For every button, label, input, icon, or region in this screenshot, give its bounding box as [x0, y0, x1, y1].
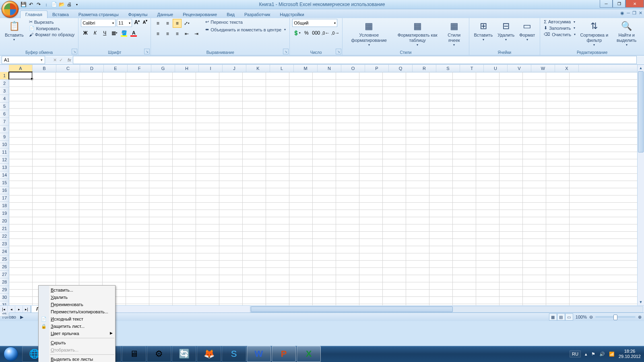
border-button[interactable]: ▦▾ — [110, 29, 119, 37]
clock[interactable]: 18:26 29.10.2012 — [619, 349, 641, 359]
hscroll-thumb[interactable] — [251, 306, 453, 312]
taskbar-excel[interactable]: X — [297, 346, 321, 362]
merge-center-button[interactable]: ⬌Объединить и поместить в центре▾ — [204, 27, 287, 33]
scroll-thumb[interactable] — [638, 71, 644, 152]
underline-button[interactable]: Ч — [100, 29, 109, 37]
fill-color-button[interactable]: 🪣 — [120, 29, 128, 37]
tab-view[interactable]: Вид — [222, 11, 239, 18]
pagebreak-view-icon[interactable]: ▭ — [565, 313, 573, 321]
wrap-text-button[interactable]: ↩Перенос текста — [204, 19, 287, 25]
name-box[interactable]: A1▾ — [2, 56, 45, 64]
shrink-font-icon[interactable]: A▾ — [142, 19, 148, 27]
scroll-up-icon[interactable]: ▲ — [638, 65, 644, 71]
select-all-corner[interactable] — [0, 65, 9, 72]
tab-insert[interactable]: Вставка — [47, 11, 74, 18]
grow-font-icon[interactable]: A▴ — [133, 19, 140, 27]
normal-view-icon[interactable]: ▦ — [549, 313, 557, 321]
percent-icon[interactable]: % — [302, 29, 311, 37]
font-name-combo[interactable]: Calibri▾ — [81, 19, 116, 27]
selected-cell[interactable] — [8, 72, 33, 80]
taskbar-app2[interactable]: ⚙ — [147, 346, 171, 362]
paste-button[interactable]: 📋 Вставить ▾ — [2, 19, 26, 43]
column-headers[interactable]: ABCDEFGHIJKLMNOPQRSTUVWX — [9, 65, 638, 72]
zoom-level[interactable]: 100% — [576, 315, 587, 319]
indent-inc-icon[interactable]: ⇥ — [192, 29, 201, 38]
align-top-icon[interactable]: ≡ — [153, 19, 162, 28]
ctx-delete[interactable]: Удалить — [39, 294, 115, 301]
zoom-out-icon[interactable]: ⊖ — [589, 315, 593, 320]
formula-bar[interactable] — [73, 56, 637, 64]
taskbar-powerpoint[interactable]: P — [272, 346, 296, 362]
clear-button[interactable]: ⌫Очистить▾ — [543, 31, 577, 37]
autosum-button[interactable]: ΣАвтосумма▾ — [543, 19, 577, 25]
fx-icon[interactable]: fx — [68, 58, 71, 62]
undo-icon[interactable]: ↶ — [28, 1, 34, 8]
new-icon[interactable]: 📄 — [51, 1, 57, 8]
sheet-nav-first-icon[interactable]: |◂ — [0, 306, 8, 313]
zoom-slider[interactable] — [595, 316, 636, 318]
quickprint-icon[interactable]: 🖨 — [66, 1, 72, 8]
input-language[interactable]: RU — [570, 350, 581, 358]
open-icon[interactable]: 📂 — [58, 1, 65, 8]
maximize-button[interactable]: ❐ — [613, 0, 625, 8]
scroll-down-icon[interactable]: ▼ — [638, 299, 644, 305]
vertical-scrollbar[interactable]: ▲ ▼ — [637, 65, 644, 305]
mdi-close-icon[interactable]: ✕ — [639, 10, 642, 16]
align-left-icon[interactable]: ≡ — [153, 29, 162, 38]
taskbar-app4[interactable]: 🦊 — [197, 346, 221, 362]
clipboard-launcher[interactable]: ↘ — [72, 49, 77, 54]
start-button[interactable] — [0, 346, 22, 362]
number-launcher[interactable]: ↘ — [336, 49, 341, 54]
tab-formulas[interactable]: Формулы — [124, 11, 153, 18]
horizontal-scrollbar[interactable] — [250, 306, 643, 313]
align-bottom-icon[interactable]: ≡ — [173, 19, 182, 28]
cell-grid[interactable] — [9, 72, 638, 305]
ctx-tab-color[interactable]: Цвет ярлычка▶ — [39, 330, 115, 337]
sheet-nav-last-icon[interactable]: ▸| — [23, 306, 31, 313]
ctx-rename[interactable]: Переименовать — [39, 301, 115, 308]
tray-chevron-icon[interactable]: ▴ — [585, 352, 587, 357]
insert-cells-button[interactable]: ⊞Вставить▾ — [472, 19, 495, 43]
taskbar-app1[interactable]: 🖥 — [122, 346, 146, 362]
align-center-icon[interactable]: ≡ — [163, 29, 172, 38]
close-button[interactable]: ✕ — [625, 0, 644, 8]
align-launcher[interactable]: ↘ — [283, 49, 289, 54]
format-as-table-button[interactable]: ▦Форматировать как таблицу▾ — [393, 19, 442, 48]
bold-button[interactable]: Ж — [81, 29, 90, 37]
sheet-nav-next-icon[interactable]: ▸ — [15, 306, 23, 313]
macro-record-icon[interactable]: ▶ — [20, 315, 23, 320]
orientation-icon[interactable]: ⤢▾ — [182, 19, 191, 28]
font-size-combo[interactable]: 11▾ — [117, 19, 132, 27]
find-select-button[interactable]: 🔍Найти и выделить▾ — [611, 19, 642, 48]
taskbar-word[interactable]: W — [247, 346, 271, 362]
font-color-button[interactable]: A — [129, 29, 138, 37]
mdi-min-icon[interactable]: ─ — [627, 10, 630, 16]
tab-review[interactable]: Рецензирование — [178, 11, 222, 18]
taskbar-app3[interactable]: 🔄 — [172, 346, 196, 362]
delete-cells-button[interactable]: ⊟Удалить▾ — [495, 19, 517, 43]
tab-data[interactable]: Данные — [152, 11, 178, 18]
tray-flag-icon[interactable]: ⚑ — [591, 352, 595, 357]
italic-button[interactable]: К — [91, 29, 99, 37]
tab-home[interactable]: Главная — [20, 10, 47, 18]
format-cells-button[interactable]: ▭Формат▾ — [517, 19, 537, 43]
sheet-nav-prev-icon[interactable]: ◂ — [8, 306, 15, 313]
tab-developer[interactable]: Разработчик — [239, 11, 275, 18]
inc-decimal-icon[interactable]: ,0← — [321, 29, 330, 37]
ctx-insert[interactable]: Вставить... — [39, 286, 115, 294]
ctx-view-code[interactable]: 📄Исходный текст — [39, 315, 115, 323]
align-middle-icon[interactable]: ≡ — [163, 19, 172, 28]
conditional-format-button[interactable]: ▦Условное форматирование▾ — [345, 19, 393, 48]
cut-button[interactable]: ✂Вырезать — [28, 19, 76, 25]
comma-icon[interactable]: 000 — [312, 29, 320, 37]
office-button[interactable] — [2, 1, 19, 18]
format-painter-button[interactable]: 🖌Формат по образцу — [28, 32, 76, 37]
redo-icon[interactable]: ↷ — [35, 1, 42, 8]
indent-dec-icon[interactable]: ⇤ — [182, 29, 191, 38]
tray-volume-icon[interactable]: 🔊 — [599, 352, 605, 357]
help-icon[interactable]: ◉ — [620, 10, 624, 16]
ctx-select-all-sheets[interactable]: Выделить все листы — [39, 356, 115, 362]
cell-styles-button[interactable]: ▦Стили ячеек▾ — [442, 19, 466, 48]
zoom-in-icon[interactable]: ⊕ — [638, 315, 642, 320]
tab-addins[interactable]: Надстройки — [275, 11, 309, 18]
